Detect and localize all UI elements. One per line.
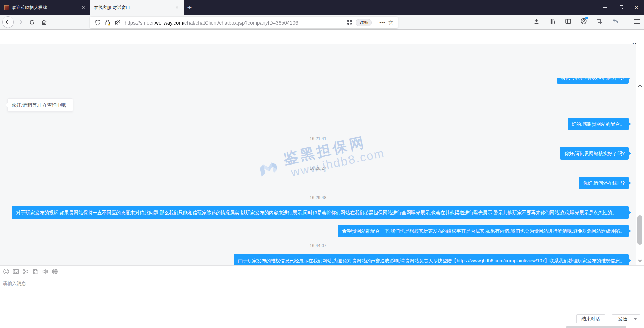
message-row: 你好,请问还在线吗? [5, 177, 631, 189]
chat-message-sent: 你好,请问还在线吗? [579, 177, 629, 189]
zoom-level-badge[interactable]: 70% [356, 19, 372, 26]
tab-chat-window[interactable]: 在线客服-对话窗口 × [90, 0, 184, 15]
sound-icon[interactable] [42, 268, 48, 275]
scrollbar-thumb[interactable] [637, 215, 642, 245]
restore-icon [619, 5, 623, 10]
tab-title: 在线客服-对话窗口 [94, 5, 171, 11]
timestamp: 16:44:07 [5, 243, 631, 248]
message-row: 请问可以收到我发送的图片吗? [5, 78, 631, 84]
chat-message-sent: 请问可以收到我发送的图片吗? [557, 78, 629, 84]
toolbar-separator [626, 17, 626, 25]
send-button-divider [631, 316, 631, 322]
menu-button[interactable] [632, 16, 642, 26]
message-row: 好的,感谢贵网站的配合。 [5, 118, 631, 130]
window-controls: × [598, 0, 644, 15]
download-button[interactable] [531, 16, 541, 26]
scroll-down-button[interactable] [636, 257, 644, 265]
reload-icon [29, 19, 35, 25]
url-bar[interactable]: https://smeer.weliway.com/chat/chatClien… [90, 17, 398, 28]
mixed-content-lock-icon[interactable] [103, 17, 113, 28]
back-icon [5, 19, 11, 25]
browser-titlebar: 欢迎莅临恒大棋牌 × 在线客服-对话窗口 × + × [0, 0, 644, 15]
screenshot-crop-button[interactable] [594, 16, 604, 26]
tab-welcome[interactable]: 欢迎莅临恒大棋牌 × [0, 0, 90, 15]
screenshot-scissors-icon[interactable] [22, 268, 29, 275]
scroll-up-button[interactable] [636, 82, 644, 90]
timestamp: 16:21:41 [5, 136, 631, 141]
save-icon[interactable] [32, 268, 39, 275]
forward-icon [17, 19, 23, 25]
input-placeholder: 请输入消息 [3, 281, 26, 286]
home-button[interactable] [38, 16, 50, 28]
minimize-button[interactable] [598, 0, 613, 15]
message-row: 希望贵网站能配合一下,我们也是想核实玩家发布的维权事宜是否属实,如果有内情,我们… [5, 225, 631, 237]
minimize-icon [603, 7, 607, 8]
vertical-scrollbar[interactable] [636, 78, 644, 265]
send-dropdown-caret-icon[interactable] [634, 318, 637, 320]
message-row: 您好,请稍等,正在查询中哦~ [5, 98, 631, 112]
chat-message-sent: 你好,请问贵网站核实好了吗? [560, 147, 629, 160]
tab-close-icon[interactable]: × [80, 5, 87, 10]
account-notification-dot [585, 17, 588, 19]
end-chat-button[interactable]: 结束对话 [576, 314, 605, 323]
forward-button[interactable] [14, 16, 26, 28]
sidebar-toggle-button[interactable] [563, 16, 573, 26]
send-button[interactable]: 发送 [612, 314, 640, 323]
timestamp: 16:28:27 [5, 166, 631, 171]
message-composer: 请输入消息 结束对话 发送 [0, 265, 644, 328]
tab-close-icon[interactable]: × [174, 5, 180, 10]
urlbar-separator [375, 19, 375, 26]
tracking-protection-shield-icon[interactable] [93, 17, 103, 28]
close-window-icon: × [634, 4, 639, 11]
url-text[interactable]: https://smeer.weliway.com/chat/chatClien… [125, 20, 344, 26]
chat-message-received: 您好,请稍等,正在查询中哦~ [7, 98, 73, 112]
new-tab-button[interactable]: + [184, 0, 195, 15]
qr-code-icon[interactable] [344, 17, 354, 28]
reload-button[interactable] [26, 16, 38, 28]
account-button[interactable] [579, 16, 589, 26]
bookmark-star-icon[interactable]: ☆ [388, 18, 394, 26]
close-window-button[interactable]: × [629, 0, 644, 15]
page-actions-button[interactable]: ••• [379, 20, 385, 25]
message-row: 由于玩家发布的维权信息已经展示在我们网站,为避免对贵网站的声誉造成影响,请贵网站… [5, 254, 631, 265]
globe-icon[interactable] [52, 268, 58, 275]
composer-buttons: 结束对话 发送 [576, 314, 640, 323]
chat-message-sent: 由于玩家发布的维权信息已经展示在我们网站,为避免对贵网站的声誉造成影响,请贵网站… [234, 254, 629, 265]
composer-toolbar [3, 268, 58, 275]
chat-message-sent: 好的,感谢贵网站的配合。 [568, 118, 629, 130]
send-label: 发送 [618, 316, 627, 322]
chat-message-sent: 对于玩家发布的投诉,如果贵网站保持一直不回应的态度来对待此问题,那么我们只能相信… [12, 206, 629, 219]
toolbar-right-icons [531, 16, 642, 26]
site-favicon-icon [4, 5, 9, 10]
library-button[interactable] [547, 16, 557, 26]
home-icon [41, 19, 47, 26]
restore-button[interactable] [613, 0, 629, 15]
message-row: 你好,请问贵网站核实好了吗? [5, 147, 631, 160]
horizontal-scrollbar-thumb[interactable] [566, 326, 626, 328]
message-row: 对于玩家发布的投诉,如果贵网站保持一直不回应的态度来对待此问题,那么我们只能相信… [5, 206, 631, 219]
chat-messages: 请问可以收到我发送的图片吗?您好,请稍等,正在查询中哦~好的,感谢贵网站的配合。… [0, 78, 636, 265]
timestamp: 16:29:48 [5, 195, 631, 200]
image-icon[interactable] [13, 268, 19, 275]
chat-page: × 鉴黑担保网 www.jhdb8.com 请问可以收到我发送的图片吗?您好,请… [0, 30, 644, 328]
back-button[interactable] [2, 16, 14, 28]
page-header-divider [0, 30, 636, 36]
emoji-icon[interactable] [3, 268, 9, 275]
navigation-toolbar: https://smeer.weliway.com/chat/chatClien… [0, 15, 644, 30]
chat-message-sent: 希望贵网站能配合一下,我们也是想核实玩家发布的维权事宜是否属实,如果有内情,我们… [338, 225, 629, 237]
message-input[interactable]: 请输入消息 [0, 278, 644, 312]
undo-button[interactable] [610, 16, 620, 26]
autoplay-blocked-icon[interactable] [113, 17, 123, 28]
tab-title: 欢迎莅临恒大棋牌 [12, 5, 77, 11]
